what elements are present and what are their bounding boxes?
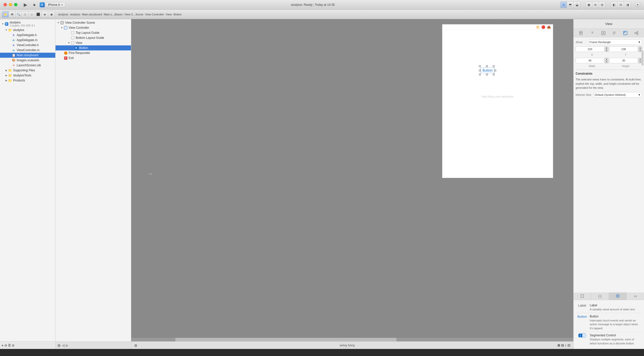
handle-bl[interactable] — [479, 74, 481, 75]
scene-zoom-out[interactable]: ⊙ — [58, 343, 61, 347]
canvas-btn-3[interactable]: ↕ — [565, 343, 567, 347]
scrollbar-thumb[interactable] — [175, 338, 396, 341]
tree-appdelegate-h[interactable]: h AppDelegate.h — [0, 33, 55, 38]
identity-inspector-tab[interactable] — [600, 30, 607, 36]
close-button[interactable]: ✕ — [4, 3, 7, 6]
breadcrumb-item-scene[interactable]: View C...Scene — [124, 13, 143, 16]
breadcrumb-item-button[interactable]: Button — [174, 13, 182, 16]
canvas-zoom-icon[interactable]: ⊙ — [134, 343, 137, 347]
x-stepper-up[interactable]: ▲ — [605, 46, 608, 49]
tree-studyiostests[interactable]: ▶ 📁 studyiosTests — [0, 73, 55, 78]
x-stepper-down[interactable]: ▼ — [605, 49, 608, 52]
version-editor-btn[interactable]: ⊞ — [599, 2, 605, 8]
filter-button[interactable]: ⊙ — [12, 344, 14, 347]
y-stepper-up[interactable]: ▲ — [638, 46, 642, 49]
library-item-label[interactable]: Label Label A variably sized amount of s… — [576, 302, 642, 313]
handle-tr[interactable] — [493, 65, 495, 67]
right-panel-toggle[interactable]: ⬓ — [574, 2, 580, 8]
tree-supporting-files[interactable]: ▶ 📁 Supporting Files — [0, 68, 55, 73]
tree-main-storyboard[interactable]: 📋 Main.storyboard — [0, 53, 55, 58]
horizontal-scrollbar[interactable] — [131, 338, 573, 341]
standard-editor-btn[interactable]: ▣ — [586, 2, 592, 8]
handle-bc[interactable] — [486, 74, 488, 75]
canvas-btn-1[interactable]: ⊞ — [557, 343, 560, 347]
bottom-panel-toggle[interactable]: ⬒ — [567, 2, 574, 8]
w-stepper-down[interactable]: ▼ — [605, 61, 608, 63]
x-stepper[interactable]: ▲ ▼ — [605, 46, 608, 52]
run-button[interactable]: ▶ — [21, 2, 30, 8]
report-navigator-btn[interactable]: ◉ — [48, 11, 55, 17]
connections-inspector-tab[interactable] — [633, 30, 640, 36]
library-item-segmented[interactable]: 1 2 Segmented Control Displays multiple … — [576, 332, 642, 347]
tree-studyios-folder[interactable]: ▼ 📁 studyios — [0, 27, 55, 33]
canvas-area[interactable]: → 🔆 🔴 📤 http://blog.csdn.net/drlyee — [131, 19, 573, 341]
tree-top-layout[interactable]: Top Layout Guide — [56, 30, 131, 35]
handle-mr[interactable] — [494, 70, 496, 71]
breadcrumb-item-mainstoryboard[interactable]: Main.storyboard — [82, 13, 102, 16]
show-select[interactable]: Frame Rectangle ▼ — [588, 39, 642, 45]
tree-view[interactable]: ▼ View — [56, 40, 131, 45]
library-tab-objects[interactable] — [609, 292, 627, 300]
handle-tl[interactable] — [479, 65, 481, 67]
maximize-button[interactable]: + — [14, 3, 17, 6]
breadcrumb-item-base[interactable]: Main.s...(Base) — [104, 13, 123, 16]
tree-viewcontroller-h[interactable]: h ViewController.h — [0, 43, 55, 48]
left-panel-toggle[interactable]: ≡ — [560, 2, 567, 8]
tree-launchscreen-xib[interactable]: ✕ LaunchScreen.xib — [0, 63, 55, 68]
canvas-btn-4[interactable]: ⊡ — [568, 343, 570, 347]
file-navigator-btn[interactable]: 📁 — [2, 11, 9, 17]
minimize-button[interactable]: − — [9, 3, 12, 6]
add-file-button[interactable]: + — [2, 343, 4, 347]
issue-navigator-btn[interactable]: ⚠ — [22, 11, 29, 17]
intrinsic-select[interactable]: Default (System Defined) ▼ — [593, 92, 642, 98]
debug-navigator-btn[interactable]: ⬛ — [35, 11, 42, 17]
breadcrumb-item-viewcontroller[interactable]: View Controller — [145, 13, 164, 16]
history-button[interactable]: ⊙ — [5, 344, 7, 347]
test-navigator-btn[interactable]: ◇ — [29, 11, 35, 17]
iphone-content[interactable]: http://blog.csdn.net/drlyee — [442, 30, 553, 178]
canvas-btn-2[interactable]: ⊟ — [561, 343, 564, 347]
debug-toggle[interactable]: ⊟ — [618, 2, 624, 8]
library-tab-media[interactable]: ▭ — [627, 292, 644, 300]
size-inspector-tab[interactable] — [622, 30, 629, 36]
symbol-navigator-btn[interactable]: 🔍 — [15, 11, 22, 17]
handle-br[interactable] — [493, 74, 495, 75]
breadcrumb-item-studyios2[interactable]: studyios — [70, 13, 80, 16]
tree-root[interactable]: ▼ S studyios 2 targets, iOS SDK 8.1 — [0, 20, 55, 27]
w-stepper-up[interactable]: ▲ — [605, 58, 608, 61]
assistant-editor-btn[interactable]: ⧉ — [592, 2, 599, 8]
stop-button[interactable]: ■ — [31, 2, 38, 8]
library-tab-code[interactable]: { } — [591, 292, 609, 300]
tree-images-xcassets[interactable]: 🎨 Images.xcassets — [0, 58, 55, 63]
library-tab-file[interactable] — [574, 292, 591, 300]
tree-appdelegate-m[interactable]: m AppDelegate.m — [0, 38, 55, 43]
device-selector[interactable]: iPhone 6 ▼ — [46, 2, 65, 7]
handle-tc[interactable] — [486, 65, 488, 67]
canvas-button[interactable]: Button — [481, 68, 494, 73]
git-btn[interactable]: ◓ — [9, 11, 15, 17]
quick-help-tab[interactable]: ? — [589, 30, 596, 36]
breadcrumb-item-view[interactable]: View — [166, 13, 172, 16]
x-input[interactable]: 103 — [576, 46, 604, 52]
w-stepper[interactable]: ▲ ▼ — [605, 58, 608, 63]
attributes-inspector-tab[interactable] — [611, 30, 618, 36]
library-item-button[interactable]: Button Button Intercepts touch events an… — [576, 313, 642, 332]
navigator-toggle[interactable]: ◧ — [611, 2, 618, 8]
add-button[interactable]: + — [635, 2, 640, 8]
tree-exit[interactable]: E Exit — [56, 55, 131, 61]
tree-button[interactable]: B Button — [56, 45, 131, 50]
inspector-toggle[interactable]: ◨ — [624, 2, 631, 8]
breadcrumb-item-studyios1[interactable]: studyios — [58, 13, 68, 16]
tree-bottom-layout[interactable]: Bottom Layout Guide — [56, 35, 131, 40]
width-input[interactable]: 46 — [576, 58, 604, 63]
scene-forward-btn[interactable]: ▷ — [66, 344, 68, 347]
tree-viewcontroller-m[interactable]: m ViewController.m — [0, 48, 55, 53]
height-input[interactable]: 30 — [609, 58, 638, 63]
breakpoint-navigator-btn[interactable]: ◈ — [42, 11, 48, 17]
y-input[interactable]: 108 — [609, 46, 638, 52]
hierarchy-button[interactable]: ☰ — [8, 344, 11, 347]
inspector-scrollbar[interactable] — [641, 50, 643, 66]
handle-ml[interactable] — [479, 70, 481, 71]
file-inspector-tab[interactable] — [578, 30, 584, 36]
tree-first-responder[interactable]: ! First Responder — [56, 50, 131, 55]
